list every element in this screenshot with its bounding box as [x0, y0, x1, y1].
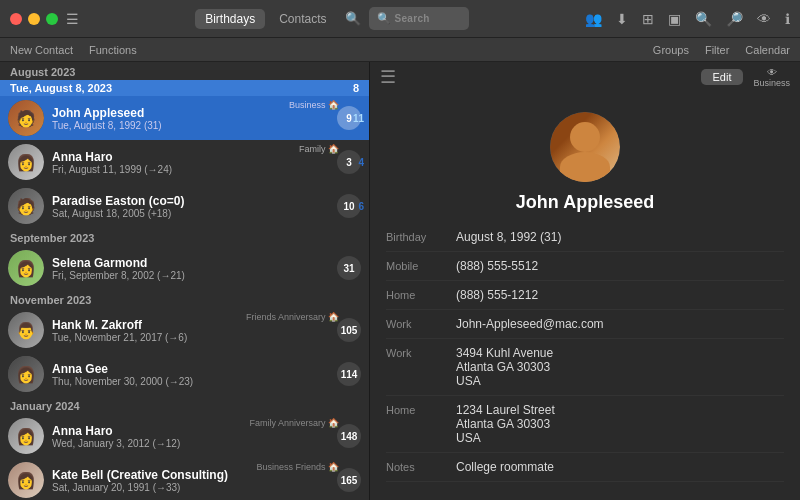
side-number-john: 11 [353, 113, 364, 124]
label-birthday: Birthday [386, 230, 446, 243]
birthdays-tab[interactable]: Birthdays [195, 9, 265, 29]
business-toggle[interactable]: 👁 Business [753, 67, 790, 88]
profile-avatar [550, 112, 620, 182]
view-toggle: ☰ [380, 66, 396, 88]
new-contact-button[interactable]: New Contact [10, 44, 73, 56]
contact-info-anna-aug: Family 🏠 Anna Haro Fri, August 11, 1999 … [52, 150, 329, 175]
avatar-john: 🧑 [8, 100, 44, 136]
avatar-kate: 👩 [8, 462, 44, 498]
toolbar-icons: 👥 ⬇ ⊞ ▣ 🔍 🔎 👁 ℹ [585, 11, 790, 27]
calendar-label[interactable]: Calendar [745, 44, 790, 56]
badge-hank-nov: 105 [337, 318, 361, 342]
contact-row-kate[interactable]: 👩 Business Friends 🏠 Kate Bell (Creative… [0, 458, 369, 500]
info-row-birthday: Birthday August 8, 1992 (31) [386, 223, 784, 252]
side-number-anna-aug: 4 [358, 157, 364, 168]
value-work-email: John-Appleseed@mac.com [456, 317, 784, 331]
badge-anna-aug: 3 [337, 150, 361, 174]
contact-tags-hank-nov: Friends Anniversary 🏠 [246, 312, 339, 322]
badge-paradise: 10 [337, 194, 361, 218]
value-home-address: 1234 Laurel Street Atlanta GA 30303 USA [456, 403, 784, 445]
list-view-icon[interactable]: ☰ [380, 66, 396, 88]
title-bar-center: Birthdays Contacts 🔍 🔍 Search [87, 7, 577, 30]
filter-icon[interactable]: ⬇ [616, 11, 628, 27]
info-row-work-address: Work 3494 Kuhl Avenue Atlanta GA 30303 U… [386, 339, 784, 396]
avatar-anna-gee: 👩 [8, 356, 44, 392]
contact-name-selena: Selena Garmond [52, 256, 329, 270]
contact-name-anna-aug: Anna Haro [52, 150, 329, 164]
contact-row-hank-nov[interactable]: 👨 Friends Anniversary 🏠 Hank M. Zakroff … [0, 308, 369, 352]
minimize-button[interactable] [28, 13, 40, 25]
close-button[interactable] [10, 13, 22, 25]
groups-label[interactable]: Groups [653, 44, 689, 56]
contact-info-john: Business 🏠 John Appleseed Tue, August 8,… [52, 106, 329, 131]
side-number-paradise: 6 [358, 201, 364, 212]
hamburger-icon[interactable]: ☰ [66, 11, 79, 27]
avatar-anna-aug: 👩 [8, 144, 44, 180]
info-row-home-address: Home 1234 Laurel Street Atlanta GA 30303… [386, 396, 784, 453]
grid-icon[interactable]: ⊞ [642, 11, 654, 27]
badge-anna-gee: 114 [337, 362, 361, 386]
contact-info-hank-nov: Friends Anniversary 🏠 Hank M. Zakroff Tu… [52, 318, 329, 343]
info-icon[interactable]: ℹ [785, 11, 790, 27]
contact-row-anna-haro-jan[interactable]: 👩 Family Anniversary 🏠 Anna Haro Wed, Ja… [0, 414, 369, 458]
contact-row-anna-gee[interactable]: 👩 Anna Gee Thu, November 30, 2000 (→23) … [0, 352, 369, 396]
contacts-list: August 2023 Tue, August 8, 2023 8 🧑 Busi… [0, 62, 370, 500]
search-input[interactable]: 🔍 Search [369, 7, 469, 30]
window-icon[interactable]: ▣ [668, 11, 681, 27]
contact-name-paradise: Paradise Easton (co=0) [52, 194, 329, 208]
avatar-selena: 👩 [8, 250, 44, 286]
info-row-notes: Notes College roommate [386, 453, 784, 482]
zoom-icon[interactable]: 🔎 [726, 11, 743, 27]
search-icon[interactable]: 🔍 [695, 11, 712, 27]
value-notes: College roommate [456, 460, 784, 474]
avatar-paradise: 🧑 [8, 188, 44, 224]
contact-tags-john: Business 🏠 [289, 100, 339, 110]
month-header-august: August 2023 [0, 62, 369, 80]
contact-row-anna-haro-aug[interactable]: 👩 Family 🏠 Anna Haro Fri, August 11, 199… [0, 140, 369, 184]
contact-date-anna-gee: Thu, November 30, 2000 (→23) [52, 376, 329, 387]
contact-date-kate: Sat, January 20, 1991 (→33) [52, 482, 329, 493]
eye-icon[interactable]: 👁 [757, 11, 771, 27]
profile-name: John Appleseed [516, 192, 654, 213]
info-row-mobile: Mobile (888) 555-5512 [386, 252, 784, 281]
info-fields: Birthday August 8, 1992 (31) Mobile (888… [370, 223, 800, 482]
people-icon[interactable]: 👥 [585, 11, 602, 27]
sub-toolbar: New Contact Functions Groups Filter Cale… [0, 38, 800, 62]
value-work-address: 3494 Kuhl Avenue Atlanta GA 30303 USA [456, 346, 784, 388]
month-header-sep: September 2023 [0, 228, 369, 246]
contact-date-john: Tue, August 8, 1992 (31) [52, 120, 329, 131]
filter-label[interactable]: Filter [705, 44, 729, 56]
contact-name-anna-gee: Anna Gee [52, 362, 329, 376]
avatar-anna-jan: 👩 [8, 418, 44, 454]
maximize-button[interactable] [46, 13, 58, 25]
contact-info-selena: Selena Garmond Fri, September 8, 2002 (→… [52, 256, 329, 281]
profile-section: John Appleseed [370, 92, 800, 223]
contact-date-anna-jan: Wed, January 3, 2012 (→12) [52, 438, 329, 449]
contact-tags-anna-jan: Family Anniversary 🏠 [249, 418, 339, 428]
contact-row-john-appleseed[interactable]: 🧑 Business 🏠 John Appleseed Tue, August … [0, 96, 369, 140]
badge-kate: 165 [337, 468, 361, 492]
eye-detail-icon: 👁 [767, 67, 777, 78]
traffic-lights [10, 13, 58, 25]
contact-info-paradise: Paradise Easton (co=0) Sat, August 18, 2… [52, 194, 329, 219]
label-work-address: Work [386, 346, 446, 359]
value-mobile: (888) 555-5512 [456, 259, 784, 273]
edit-button[interactable]: Edit [701, 69, 744, 85]
contact-date-hank-nov: Tue, November 21, 2017 (→6) [52, 332, 329, 343]
contact-row-paradise[interactable]: 🧑 Paradise Easton (co=0) Sat, August 18,… [0, 184, 369, 228]
contact-tags-kate: Business Friends 🏠 [256, 462, 339, 472]
contact-info-kate: Business Friends 🏠 Kate Bell (Creative C… [52, 468, 329, 493]
info-row-home-phone: Home (888) 555-1212 [386, 281, 784, 310]
contact-date-paradise: Sat, August 18, 2005 (+18) [52, 208, 329, 219]
info-row-work-email: Work John-Appleseed@mac.com [386, 310, 784, 339]
contacts-tab[interactable]: Contacts [269, 9, 336, 29]
contact-row-selena[interactable]: 👩 Selena Garmond Fri, September 8, 2002 … [0, 246, 369, 290]
month-header-nov: November 2023 [0, 290, 369, 308]
label-home-address: Home [386, 403, 446, 416]
detail-toolbar: ☰ Edit 👁 Business [370, 62, 800, 92]
contact-tags-anna-aug: Family 🏠 [299, 144, 339, 154]
value-home-phone: (888) 555-1212 [456, 288, 784, 302]
functions-button[interactable]: Functions [89, 44, 137, 56]
contact-date-selena: Fri, September 8, 2002 (→21) [52, 270, 329, 281]
title-bar: ☰ Birthdays Contacts 🔍 🔍 Search 👥 ⬇ ⊞ ▣ … [0, 0, 800, 38]
